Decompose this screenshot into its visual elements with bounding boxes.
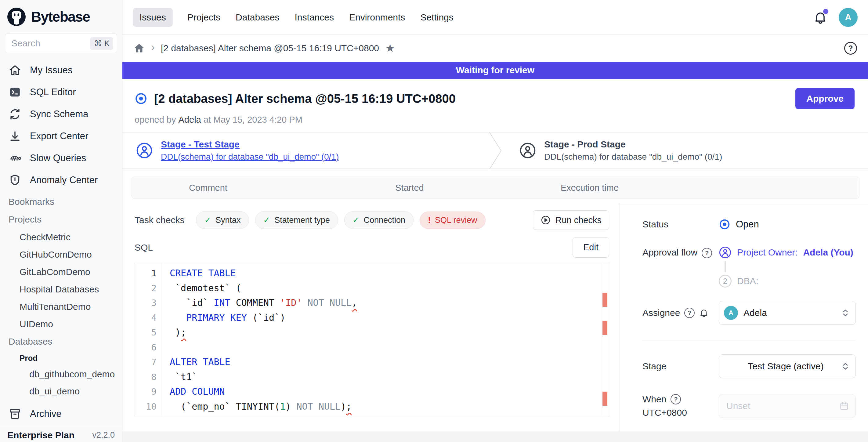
assignee-avatar: A: [724, 306, 738, 320]
approve-button[interactable]: Approve: [795, 88, 855, 109]
code-lines: CREATE TABLE `demotest` ( `id` INT COMME…: [170, 266, 601, 414]
sidebar-database-item[interactable]: db_ui_demo: [0, 383, 122, 400]
sidebar-item-archive[interactable]: Archive: [0, 403, 122, 425]
sidebar-item-my-issues[interactable]: My Issues: [0, 59, 122, 81]
sidebar-project-item[interactable]: UIDemo: [0, 315, 122, 333]
person-circle-icon: [719, 246, 732, 259]
sidebar: Bytebase Search ⌘ K My Issues SQL Editor…: [0, 0, 122, 442]
run-checks-button[interactable]: Run checks: [533, 210, 609, 230]
task-check-pill[interactable]: ✓ Syntax: [196, 211, 249, 229]
sync-icon: [8, 108, 21, 121]
top-nav-tab[interactable]: Projects: [187, 8, 221, 27]
column-header-started: Started: [395, 183, 424, 193]
stage-name: Stage - Test Stage: [161, 139, 339, 150]
issue-author: Adela: [179, 115, 201, 125]
editor-gutter: 12345678910: [135, 262, 162, 417]
content-row: Task checks ✓ Syntax ✓ Statement type ✓ …: [122, 203, 868, 442]
stage-select-value: Test Stage (active): [724, 361, 835, 372]
approval-step-2: 2 DBA:: [719, 275, 856, 288]
top-nav-tab[interactable]: Instances: [294, 8, 335, 27]
when-row: When ? UTC+0800 Unset: [643, 394, 856, 418]
status-row: Status Open: [643, 219, 856, 230]
code-line: `demotest` (: [170, 281, 601, 296]
bottom-strip: [122, 432, 868, 442]
stage-select-label: Stage: [643, 354, 719, 378]
turtle-icon: [8, 152, 21, 164]
task-check-pill[interactable]: ✓ Connection: [344, 211, 413, 229]
sidebar-item-sync-schema[interactable]: Sync Schema: [0, 103, 122, 125]
editor-overview-ruler: [601, 262, 609, 417]
help-icon[interactable]: ?: [684, 308, 695, 318]
sidebar-project-item[interactable]: GitLabComDemo: [0, 263, 122, 281]
stage-select-row: Stage Test Stage (active): [643, 354, 856, 378]
stage-prod-stage[interactable]: Stage - Prod Stage DDL(schema) for datab…: [503, 132, 722, 168]
archive-icon: [8, 408, 21, 420]
task-check-pill[interactable]: ! SQL review: [420, 212, 486, 229]
databases-heading: Databases: [0, 333, 122, 350]
stage-select[interactable]: Test Stage (active): [719, 354, 856, 378]
task-checks-row: Task checks ✓ Syntax ✓ Statement type ✓ …: [134, 210, 609, 230]
sidebar-item-label: Sync Schema: [30, 109, 88, 120]
plan-bar: Enterprise Plan v2.2.0: [0, 425, 122, 442]
help-icon[interactable]: ?: [671, 394, 681, 405]
search-input[interactable]: Search ⌘ K: [5, 34, 117, 53]
top-nav-tab[interactable]: Issues: [133, 8, 173, 27]
notifications-bell-icon[interactable]: [813, 10, 828, 25]
sidebar-project-item[interactable]: MultiTenantDemo: [0, 298, 122, 315]
status-value: Open: [736, 219, 759, 230]
assignee-label: Assignee ?: [643, 301, 719, 325]
environment-label: Prod: [0, 350, 122, 366]
logo[interactable]: Bytebase: [0, 0, 122, 34]
bell-icon[interactable]: [699, 308, 709, 318]
assignee-select[interactable]: A Adela: [719, 301, 856, 325]
task-check-pills: ✓ Syntax ✓ Statement type ✓ Connection !…: [196, 211, 485, 229]
code-line: PRIMARY KEY (`id`): [170, 310, 601, 325]
when-date-input[interactable]: Unset: [719, 394, 856, 418]
top-nav-tab[interactable]: Databases: [235, 8, 280, 27]
stage-separator-chevron: [489, 132, 503, 169]
sidebar-project-item[interactable]: Hospital Databases: [0, 281, 122, 298]
help-icon[interactable]: ?: [702, 248, 712, 258]
check-status-icon: !: [428, 216, 431, 225]
download-icon: [8, 130, 21, 143]
top-nav-tab[interactable]: Settings: [420, 8, 454, 27]
code-line: [170, 340, 601, 355]
stage-task-link[interactable]: DDL(schema) for database "db_ui_demo" (0…: [161, 152, 339, 162]
sidebar-item-sql-editor[interactable]: SQL Editor: [0, 81, 122, 103]
projects-heading: Projects: [0, 211, 122, 228]
breadcrumb-item[interactable]: [2 databases] Alter schema @05-15 16:19 …: [161, 43, 379, 54]
top-bar: IssuesProjectsDatabasesInstancesEnvironm…: [122, 0, 868, 35]
sidebar-project-item[interactable]: GitHubComDemo: [0, 246, 122, 263]
code-line: `id` INT COMMENT 'ID' NOT NULL,: [170, 295, 601, 310]
home-icon: [8, 64, 21, 76]
task-check-pill[interactable]: ✓ Statement type: [255, 211, 338, 229]
code-line: ALTER TABLE: [170, 355, 601, 370]
top-nav-tab[interactable]: Environments: [348, 8, 406, 27]
sidebar-project-item[interactable]: CheckMetric: [0, 228, 122, 246]
sidebar-item-anomaly-center[interactable]: Anomaly Center: [0, 169, 122, 191]
edit-sql-button[interactable]: Edit: [572, 237, 609, 258]
task-table-header: Comment Started Execution time: [131, 177, 860, 199]
sidebar-item-export-center[interactable]: Export Center: [0, 125, 122, 147]
sidebar-projects-list: CheckMetricGitHubComDemoGitLabComDemoHos…: [0, 228, 122, 333]
issue-header: [2 databases] Alter schema @05-15 16:19 …: [122, 79, 868, 132]
approval-user[interactable]: Adela (You): [803, 247, 853, 258]
stage-test-stage[interactable]: Stage - Test Stage DDL(schema) for datab…: [122, 132, 489, 168]
sidebar-item-slow-queries[interactable]: Slow Queries: [0, 147, 122, 169]
editor-code-area[interactable]: CREATE TABLE `demotest` ( `id` INT COMME…: [162, 262, 601, 417]
column-header-comment: Comment: [189, 183, 227, 193]
help-icon[interactable]: ?: [844, 42, 857, 55]
search-placeholder: Search: [11, 38, 90, 49]
top-nav-tabs: IssuesProjectsDatabasesInstancesEnvironm…: [133, 8, 454, 27]
sidebar-databases-list: db_githubcom_demodb_ui_demo: [0, 366, 122, 400]
home-icon[interactable]: [133, 42, 145, 54]
person-circle-icon: [519, 142, 536, 159]
avatar[interactable]: A: [839, 8, 858, 27]
star-icon[interactable]: ★: [385, 42, 395, 55]
sql-editor[interactable]: 12345678910 CREATE TABLE `demotest` ( `i…: [134, 262, 609, 417]
sidebar-database-item[interactable]: db_githubcom_demo: [0, 366, 122, 383]
sql-label: SQL: [134, 242, 153, 253]
check-status-icon: ✓: [352, 215, 360, 225]
approval-connector: [724, 261, 726, 272]
bytebase-logo-icon: [7, 7, 26, 27]
